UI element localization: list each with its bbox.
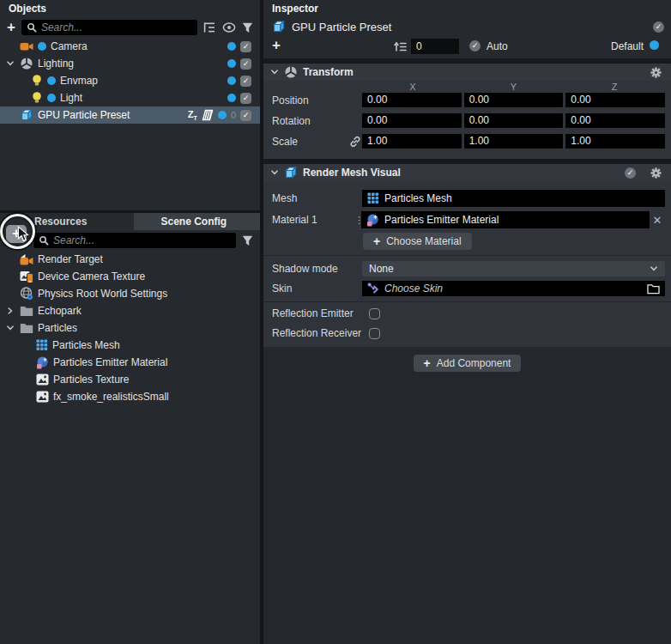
render-layer-dot[interactable] [218,111,227,119]
rotation-z-field[interactable]: 0.00 [565,113,665,128]
inspected-object-row: GPU Particle Preset ✓ [263,17,671,36]
link-icon[interactable] [349,136,361,148]
folder-browse-icon[interactable] [647,283,660,295]
position-label: Position [272,94,348,106]
resource-row-fx-smoke[interactable]: fx_smoke_realisticsSmall [0,388,260,405]
default-layer-dot[interactable] [650,40,659,50]
filter-icon[interactable] [242,235,253,246]
inspector-toolbar: + ✓ Auto Default [263,36,671,57]
drag-handle-icon[interactable]: ⋮ [354,216,361,224]
material-sphere-icon [366,214,379,227]
tree-row-gpu-particle-preset[interactable]: GPU Particle Preset ZT 0 ✓ [0,106,260,124]
chevron-down-icon[interactable] [6,324,15,332]
position-x-field[interactable]: 0.00 [362,93,462,107]
reflection-receiver-label: Reflection Receiver [272,327,369,339]
folder-icon [20,306,33,317]
resource-row-particles-texture[interactable]: Particles Texture [0,371,260,388]
reflection-receiver-row: Reflection Receiver [263,327,671,339]
chevron-down-icon[interactable] [270,68,279,76]
render-order-input[interactable] [411,39,459,54]
light-bulb-icon [31,74,43,88]
tree-row-label: GPU Particle Preset [38,109,130,121]
z-sort-icon[interactable]: ZT [188,109,197,121]
remove-material-icon[interactable]: ✕ [650,214,665,227]
inspected-object-name: GPU Particle Preset [292,21,391,33]
physics-globe-icon [20,287,33,301]
resources-search[interactable] [33,233,236,248]
objects-search-input[interactable] [41,21,192,33]
add-property-button[interactable]: + [272,39,281,52]
cube-icon [284,166,298,179]
layer-hatch-icon[interactable] [202,109,214,121]
render-layer-dot[interactable] [227,94,236,102]
add-object-button[interactable]: + [7,21,15,34]
enabled-checkbox[interactable]: ✓ [240,76,251,87]
gear-icon[interactable] [650,167,662,179]
chevron-down-icon[interactable] [6,59,15,68]
tree-row-light[interactable]: Light ✓ [0,89,260,106]
render-order-value: 0 [231,110,236,120]
tree-row-camera[interactable]: Camera ✓ [0,38,260,55]
material-row: Material 1 ⋮ Particles Emitter Material … [263,211,671,228]
add-component-button[interactable]: + Add Component [414,355,522,372]
scale-z-field[interactable]: 1.00 [565,134,665,149]
reflection-receiver-checkbox[interactable] [369,328,380,339]
object-enabled-checkbox[interactable]: ✓ [653,21,664,33]
resource-label: Particles Mesh [52,339,120,351]
enabled-checkbox[interactable]: ✓ [240,58,251,70]
render-mesh-visual-section-header[interactable]: Render Mesh Visual ✓ [263,164,671,181]
axis-header-row: X Y Z [263,81,671,93]
auto-checkbox[interactable]: ✓ [469,40,481,52]
rotation-x-field[interactable]: 0.00 [362,113,462,128]
objects-search[interactable] [21,20,197,35]
material-reference-field[interactable]: Particles Emitter Material [361,211,650,228]
scale-y-field[interactable]: 1.00 [464,134,564,149]
chevron-right-icon[interactable] [6,307,15,315]
transform-section-header[interactable]: Transform [263,64,671,81]
divider [263,301,671,302]
mesh-reference-field[interactable]: Particles Mesh [362,190,665,207]
scale-x-field[interactable]: 1.00 [362,134,462,149]
tree-row-envmap[interactable]: Envmap ✓ [0,72,260,89]
component-enabled-checkbox[interactable]: ✓ [625,167,636,179]
resource-row-render-target[interactable]: Render Target [0,251,260,268]
tree-row-lighting[interactable]: Lighting ✓ [0,55,260,72]
chevron-down-icon[interactable] [270,168,279,177]
add-resource-button[interactable]: + [6,225,27,243]
shadow-mode-select[interactable]: None [362,261,665,276]
filter-icon[interactable] [242,22,253,33]
inspector-panel: Inspector GPU Particle Preset ✓ + ✓ Auto… [263,0,671,644]
resource-label: Render Target [38,253,103,265]
skin-reference-field[interactable]: Choose Skin [362,281,665,296]
reflection-emitter-checkbox[interactable] [369,308,380,319]
skeleton-icon [367,283,379,295]
resource-row-particles-mesh[interactable]: Particles Mesh [0,337,260,354]
rotation-label: Rotation [272,115,348,127]
axis-y-label: Y [463,82,565,92]
render-layer-dot[interactable] [227,42,236,51]
default-label: Default [611,40,644,52]
outline-view-icon[interactable] [203,21,216,33]
divider [263,255,671,256]
resource-label: Particles Emitter Material [53,356,167,368]
tab-scene-config[interactable]: Scene Config [134,213,261,230]
rotation-y-field[interactable]: 0.00 [464,113,564,128]
render-layer-dot[interactable] [227,59,236,68]
resource-row-echopark[interactable]: Echopark [0,302,260,319]
position-z-field[interactable]: 0.00 [565,93,665,107]
resource-row-device-camera-texture[interactable]: Device Camera Texture [0,268,260,285]
enabled-checkbox[interactable]: ✓ [240,93,251,104]
render-layer-dot[interactable] [227,76,236,85]
resource-row-particles-emitter-material[interactable]: Particles Emitter Material [0,354,260,371]
enabled-checkbox[interactable]: ✓ [240,110,251,121]
gear-icon[interactable] [650,66,662,79]
resource-row-particles[interactable]: Particles [0,319,260,337]
resources-search-input[interactable] [53,234,231,246]
enabled-checkbox[interactable]: ✓ [240,41,251,52]
position-y-field[interactable]: 0.00 [464,93,564,107]
resource-row-physics-root-world-settings[interactable]: Physics Root World Settings [0,285,260,302]
visibility-eye-icon[interactable] [222,22,236,33]
left-column: Objects + Camera [0,0,260,644]
choose-material-button[interactable]: + Choose Material [363,233,472,250]
resources-toolbar [0,230,260,251]
